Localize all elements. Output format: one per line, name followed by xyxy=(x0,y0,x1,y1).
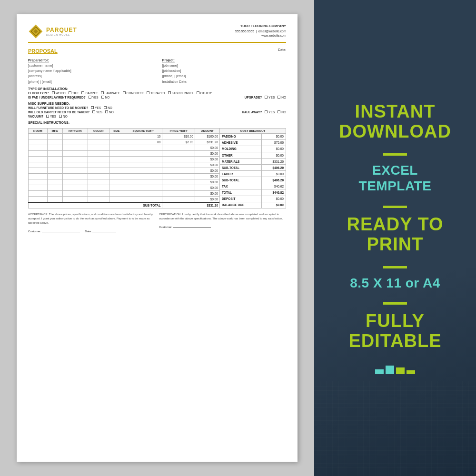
floor-concrete: CONCRETE xyxy=(123,91,144,95)
vacuum-row: VACUUM? YES NO xyxy=(28,115,286,118)
haul-away-label: HAUL AWAY? xyxy=(242,110,262,114)
cost-total: TOTAL $446.82 xyxy=(220,189,286,196)
upgrade-no: NO xyxy=(278,96,286,99)
keyboard-background xyxy=(314,381,476,476)
logo-text: PARQUET DESIGN HOUSE xyxy=(46,27,77,36)
table-row: $0.00 xyxy=(29,156,220,162)
carpet-checkbox xyxy=(81,91,84,94)
logo-company-name: PARQUET xyxy=(46,27,77,33)
customer-sig: Customer: xyxy=(28,230,80,233)
heading-print: PRINT xyxy=(347,235,444,255)
carpet-no: NO xyxy=(105,110,114,114)
date-sig: Date: xyxy=(85,230,116,233)
doc-header: PARQUET DESIGN HOUSE YOUR FLOORING COMPA… xyxy=(28,24,286,39)
cost-subtotal2: SUB-TOTAL $406.20 xyxy=(220,177,286,183)
pad-yes: YES xyxy=(89,96,99,99)
table-row: 10 $10.00 $100.00 xyxy=(29,133,220,139)
company-name: YOUR FLOORING COMPANY xyxy=(235,24,286,29)
instant-download-block: INSTANT DOWNLOAD xyxy=(339,102,451,142)
right-panel-content: INSTANT DOWNLOAD EXCEL TEMPLATE READY TO… xyxy=(324,102,466,374)
divider-2 xyxy=(383,206,407,208)
logo-area: PARQUET DESIGN HOUSE xyxy=(28,24,77,39)
floor-type-label: FLOOR TYPE: xyxy=(28,91,49,95)
heading-instant: INSTANT xyxy=(339,102,451,122)
document: PARQUET DESIGN HOUSE YOUR FLOORING COMPA… xyxy=(17,14,298,462)
cost-breakout-header: COST BREAKOUT xyxy=(220,128,286,133)
certification-sig-line: Customer: xyxy=(159,226,286,228)
company-website: www.website.com xyxy=(235,33,286,38)
heading-template: TEMPLATE xyxy=(359,178,432,194)
floor-terazzo: TERAZZO xyxy=(147,91,165,95)
furniture-yes: YES xyxy=(91,106,101,109)
customer-label: Customer: xyxy=(28,230,41,233)
bar-2 xyxy=(386,366,394,374)
job-name: [job name] xyxy=(162,63,286,68)
excel-template-block: EXCEL TEMPLATE xyxy=(359,162,432,194)
left-panel: PARQUET DESIGN HOUSE YOUR FLOORING COMPA… xyxy=(0,0,314,476)
bar-chart-icon xyxy=(375,366,415,374)
header-line-thin xyxy=(28,44,286,44)
heading-download: DOWNLOAD xyxy=(339,122,451,142)
carpet-yes: YES xyxy=(92,110,102,114)
heading-size: 8.5 X 11 or A4 xyxy=(350,275,440,291)
certification-text: CERTIFICATION: I herby certify that the … xyxy=(159,212,286,221)
col-room: ROOM xyxy=(29,128,48,133)
bar-4 xyxy=(407,370,415,374)
phone-email-field: [phone] | [email] xyxy=(28,79,152,84)
date-label-sig: Date: xyxy=(85,230,91,233)
old-carpet-row: WILL OLD CARPET NEED TO BE TAKEN? YES NO… xyxy=(28,110,286,114)
prepared-for-col: Prepared for: [customer name] [company n… xyxy=(28,59,152,84)
haul-no: NO xyxy=(278,110,286,114)
footer-section: ACCEPTANCE: The above prices, specificat… xyxy=(28,212,286,233)
col-pattern: PATTERN xyxy=(62,128,88,133)
heading-ready: READY TO xyxy=(347,215,444,235)
size-block: 8.5 X 11 or A4 xyxy=(350,275,440,291)
other-checkbox xyxy=(197,91,199,94)
date-label: Date: xyxy=(278,48,286,55)
heading-editable: EDITABLE xyxy=(348,331,441,351)
items-table: ROOM MFG PATTERN COLOR SIZE SQUARE YD/FT… xyxy=(28,128,220,208)
proposal-title-row: PROPOSAL Date: xyxy=(28,48,286,57)
fabric-checkbox xyxy=(168,91,171,94)
special-instructions-label: SPECIAL INSTRUCTIONS: xyxy=(28,121,286,124)
vacuum-no: NO xyxy=(59,115,68,118)
cost-padding: PADDING $0.00 xyxy=(220,133,286,139)
proposal-title: PROPOSAL xyxy=(28,48,58,54)
acceptance-text: ACCEPTANCE: The above prices, specificat… xyxy=(28,212,155,225)
col-square: SQUARE YD/FT xyxy=(124,128,162,133)
laminate-checkbox xyxy=(101,91,104,94)
subtotal-row: SUB-TOTAL $331.20 xyxy=(29,202,220,208)
acceptance-sig-line: Customer: Date: xyxy=(28,230,155,233)
col-size: SIZE xyxy=(109,128,124,133)
wood-checkbox xyxy=(52,91,55,94)
divider-4 xyxy=(383,302,407,305)
heading-fully: FULLY xyxy=(348,311,441,331)
bottom-icon xyxy=(375,366,415,374)
acceptance-col: ACCEPTANCE: The above prices, specificat… xyxy=(28,212,155,233)
upgrade-yes: YES xyxy=(265,96,275,99)
haul-yes: YES xyxy=(265,110,275,114)
phone-email2: [phone] | [email] xyxy=(162,73,286,79)
floor-laminate: LAMINATE xyxy=(101,91,120,95)
project-col: Project: [job name] [job location] [phon… xyxy=(162,59,286,84)
cost-adhesive: ADHESIVE $75.00 xyxy=(220,139,286,146)
floor-tile: TILE xyxy=(69,91,79,95)
certification-col: CERTIFICATION: I herby certify that the … xyxy=(159,212,286,233)
customer-name: [customer name] xyxy=(28,63,152,68)
floor-fabric: FABRIC PANEL xyxy=(168,91,194,95)
prepared-project-row: Prepared for: [customer name] [company n… xyxy=(28,59,286,84)
cost-deposit: DEPOSIT $0.00 xyxy=(220,196,286,202)
furniture-row: WILL FURNITURE NEED TO BE MOVED? YES NO xyxy=(28,106,286,109)
col-price: PRICE YD/FT xyxy=(162,128,195,133)
pad-upgrade-row: IS PAD / UNDERLAYMENT REQUIRED? YES NO U… xyxy=(28,96,286,99)
prepared-for-label: Prepared for: xyxy=(28,59,152,62)
installation-date: Installation Date: xyxy=(162,79,286,84)
cost-subtotal1: SUB-TOTAL $406.20 xyxy=(220,165,286,171)
divider-3 xyxy=(383,266,407,268)
cost-materials: MATERIALS $331.20 xyxy=(220,159,286,165)
table-row: $0.00 xyxy=(29,196,220,202)
cost-balance: BALANCE DUE $0.00 xyxy=(220,202,286,208)
furniture-no: NO xyxy=(104,106,112,109)
logo-tagline: DESIGN HOUSE xyxy=(46,33,77,36)
furniture-label: WILL FURNITURE NEED TO BE MOVED? xyxy=(28,106,88,109)
